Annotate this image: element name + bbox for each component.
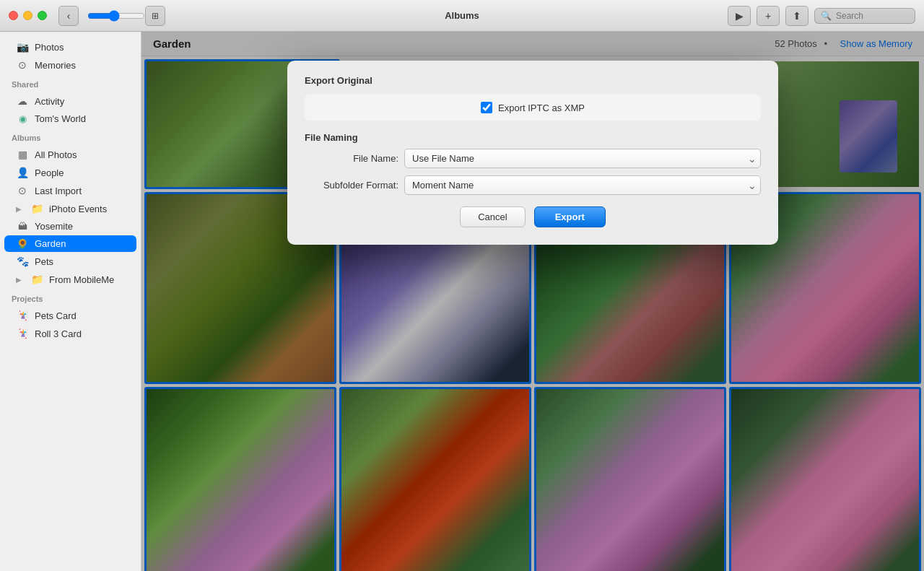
play-button[interactable]: ▶ <box>728 6 751 26</box>
photos-icon: 📷 <box>16 41 29 53</box>
window-title: Albums <box>445 10 479 21</box>
file-naming-title: File Naming <box>305 132 761 143</box>
titlebar-right: ▶ + ⬆ 🔍 <box>728 6 915 26</box>
export-original-title: Export Original <box>305 75 761 86</box>
export-button[interactable]: Export <box>534 206 606 227</box>
memories-icon: ⊙ <box>16 59 29 71</box>
sidebar: 📷 Photos ⊙ Memories Shared ☁ Activity ◉ … <box>0 32 141 571</box>
share-button[interactable]: ⬆ <box>785 6 808 26</box>
export-iptc-label: Export IPTC as XMP <box>498 103 585 113</box>
file-name-select-wrapper: Use File Name Sequential Custom Name ⌄ <box>404 149 761 168</box>
roll-3-card-icon: 🃏 <box>16 328 29 339</box>
dialog-buttons: Cancel Export <box>305 206 761 227</box>
sidebar-item-iphoto-events[interactable]: ▶ 📁 iPhoto Events <box>4 200 136 217</box>
export-iptc-checkbox[interactable] <box>481 102 492 113</box>
subfolder-select-wrapper: Moment Name None Album Name Custom Name … <box>404 175 761 195</box>
size-slider[interactable] <box>87 10 145 22</box>
sidebar-item-from-mobileme[interactable]: ▶ 📁 From MobileMe <box>4 271 136 288</box>
maximize-button[interactable] <box>38 11 47 20</box>
sidebar-item-memories[interactable]: ⊙ Memories <box>4 56 136 74</box>
people-icon: 👤 <box>16 167 29 178</box>
mobileme-icon: 📁 <box>30 274 43 285</box>
search-icon: 🔍 <box>821 11 832 21</box>
sidebar-label-memories: Memories <box>35 60 76 71</box>
sidebar-label-people: People <box>35 167 64 178</box>
size-slider-area <box>87 10 145 22</box>
sidebar-label-iphoto-events: iPhoto Events <box>49 204 107 214</box>
garden-icon: 🌻 <box>16 238 29 249</box>
pets-icon: 🐾 <box>16 256 29 267</box>
pets-card-icon: 🃏 <box>16 310 29 321</box>
add-button[interactable]: + <box>757 6 780 26</box>
iphoto-events-icon: 📁 <box>30 203 43 214</box>
sidebar-label-activity: Activity <box>35 96 64 107</box>
sidebar-label-last-import: Last Import <box>35 186 82 196</box>
expand-icon-2: ▶ <box>16 276 22 284</box>
file-naming-section: File Naming File Name: Use File Name Seq… <box>305 132 761 195</box>
sidebar-label-pets-card: Pets Card <box>35 310 77 321</box>
activity-icon: ☁ <box>16 95 29 107</box>
titlebar-nav: ‹ <box>58 6 79 26</box>
close-button[interactable] <box>9 11 18 20</box>
yosemite-icon: 🏔 <box>16 221 29 232</box>
file-name-label: File Name: <box>305 153 398 164</box>
sidebar-label-from-mobileme: From MobileMe <box>49 274 114 285</box>
subfolder-label: Subfolder Format: <box>305 180 398 191</box>
expand-icon: ▶ <box>16 205 22 213</box>
sidebar-item-garden[interactable]: 🌻 Garden <box>4 235 136 252</box>
projects-section-label: Projects <box>0 289 141 306</box>
search-input[interactable] <box>836 11 909 21</box>
cancel-button[interactable]: Cancel <box>460 206 525 227</box>
back-button[interactable]: ‹ <box>58 6 79 26</box>
iptc-checkbox-row: Export IPTC as XMP <box>305 95 761 121</box>
content-area: Garden 52 Photos • Show as Memory <box>141 32 924 571</box>
export-dialog: Export Original Export IPTC as XMP File … <box>287 61 778 245</box>
sidebar-label-photos: Photos <box>35 42 64 53</box>
sidebar-item-roll-3-card[interactable]: 🃏 Roll 3 Card <box>4 325 136 342</box>
sidebar-item-pets[interactable]: 🐾 Pets <box>4 253 136 270</box>
sidebar-item-last-import[interactable]: ⊙ Last Import <box>4 182 136 199</box>
traffic-lights <box>9 11 47 20</box>
sidebar-item-all-photos[interactable]: ▦ All Photos <box>4 146 136 163</box>
titlebar: ‹ ⊞ Albums ▶ + ⬆ 🔍 <box>0 0 924 32</box>
sidebar-item-pets-card[interactable]: 🃏 Pets Card <box>4 307 136 324</box>
sidebar-item-toms-world[interactable]: ◉ Tom's World <box>4 110 136 127</box>
file-name-row: File Name: Use File Name Sequential Cust… <box>305 149 761 168</box>
toms-world-icon: ◉ <box>16 113 29 124</box>
minimize-button[interactable] <box>23 11 32 20</box>
sidebar-item-photos[interactable]: 📷 Photos <box>4 38 136 56</box>
main-layout: 📷 Photos ⊙ Memories Shared ☁ Activity ◉ … <box>0 32 924 571</box>
last-import-icon: ⊙ <box>16 185 29 196</box>
shared-section-label: Shared <box>0 74 141 92</box>
sidebar-label-yosemite: Yosemite <box>35 221 73 232</box>
subfolder-select[interactable]: Moment Name None Album Name Custom Name <box>404 175 761 195</box>
view-toggle-button[interactable]: ⊞ <box>145 6 165 26</box>
file-name-select[interactable]: Use File Name Sequential Custom Name <box>404 149 761 168</box>
sidebar-item-activity[interactable]: ☁ Activity <box>4 92 136 110</box>
all-photos-icon: ▦ <box>16 149 29 160</box>
sidebar-item-yosemite[interactable]: 🏔 Yosemite <box>4 218 136 235</box>
sidebar-label-garden: Garden <box>35 238 66 249</box>
sidebar-label-all-photos: All Photos <box>35 149 77 160</box>
sidebar-label-roll-3-card: Roll 3 Card <box>35 328 82 339</box>
search-bar[interactable]: 🔍 <box>814 8 915 24</box>
sidebar-label-toms-world: Tom's World <box>35 113 86 124</box>
sidebar-item-people[interactable]: 👤 People <box>4 164 136 181</box>
albums-section-label: Albums <box>0 128 141 145</box>
subfolder-row: Subfolder Format: Moment Name None Album… <box>305 175 761 195</box>
sidebar-label-pets: Pets <box>35 256 53 267</box>
dialog-overlay: Export Original Export IPTC as XMP File … <box>141 32 924 571</box>
